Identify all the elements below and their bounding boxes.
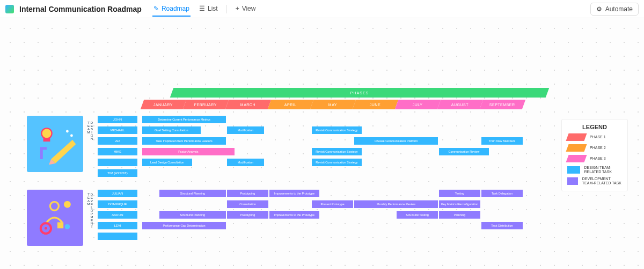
legend-swatch bbox=[566, 133, 587, 141]
page-title: Internal Communication Roadmap bbox=[19, 5, 142, 13]
legend-swatch bbox=[566, 155, 587, 162]
task-bar[interactable]: Modification bbox=[227, 159, 264, 166]
rowlabel-design-2: AD bbox=[98, 137, 137, 145]
task-bar[interactable]: Prototyping bbox=[227, 190, 268, 197]
task-bar[interactable]: Train New Members bbox=[481, 137, 523, 145]
tab-add-view-label: View bbox=[242, 5, 256, 12]
task-bar[interactable]: Modification bbox=[227, 126, 264, 134]
rowlabel-design-0: JOHN bbox=[98, 116, 137, 123]
task-bar[interactable]: Choose Communication Platform bbox=[354, 137, 438, 145]
rowlabel-dev-4 bbox=[98, 233, 137, 240]
month-september: SEPTEMBER bbox=[480, 100, 525, 109]
tab-roadmap[interactable]: ✎ Roadmap bbox=[152, 2, 191, 17]
dev-team-badge bbox=[27, 190, 83, 246]
rowlabel-dev-1: DOMINIQUE bbox=[98, 200, 137, 208]
task-bar[interactable]: Planning bbox=[439, 211, 480, 219]
svg-point-0 bbox=[41, 128, 52, 138]
task-bar[interactable]: Key Metrics Reconfiguration bbox=[439, 200, 480, 208]
design-team-illustration bbox=[34, 123, 77, 166]
task-bar[interactable]: Determine Current Performance Metrics bbox=[142, 116, 226, 123]
svg-point-6 bbox=[50, 201, 58, 210]
svg-rect-1 bbox=[43, 138, 50, 141]
task-bar[interactable]: Revisit Communication Strategy bbox=[312, 148, 362, 155]
svg-rect-11 bbox=[57, 222, 63, 228]
legend-item-1: PHASE 2 bbox=[567, 144, 622, 152]
task-bar[interactable]: Present Prototype bbox=[312, 200, 353, 208]
legend-label: DESIGN TEAM-RELATED TASK bbox=[584, 166, 622, 174]
month-august: AUGUST bbox=[437, 100, 483, 109]
phases-banner: PHASES bbox=[170, 88, 550, 98]
task-bar[interactable]: Structural Planning bbox=[159, 190, 226, 197]
svg-point-8 bbox=[45, 227, 47, 229]
legend-swatch bbox=[567, 166, 580, 174]
task-bar[interactable]: Communication Review bbox=[439, 148, 489, 155]
tab-add-view[interactable]: + View bbox=[235, 2, 257, 17]
legend-label: PHASE 1 bbox=[590, 135, 606, 139]
legend-label: DEVELOPMENT TEAM-RELATED TASK bbox=[582, 177, 622, 185]
legend-item-0: PHASE 1 bbox=[567, 133, 622, 141]
legend-swatch bbox=[566, 144, 587, 152]
svg-point-9 bbox=[64, 201, 71, 208]
month-may: MAY bbox=[310, 100, 356, 109]
rowlabel-dev-2: AARON bbox=[98, 211, 137, 219]
task-bar[interactable]: Task Distribution bbox=[481, 222, 523, 229]
tab-list[interactable]: ☰ List bbox=[198, 2, 219, 17]
legend-label: PHASE 3 bbox=[590, 156, 606, 161]
svg-point-10 bbox=[64, 224, 70, 229]
task-bar[interactable]: Goal Setting Consultation bbox=[142, 126, 201, 134]
legend: LEGEND PHASE 1PHASE 2PHASE 3DESIGN TEAM-… bbox=[561, 119, 628, 191]
automate-icon: ⚙ bbox=[596, 6, 602, 12]
tab-roadmap-label: Roadmap bbox=[162, 5, 189, 12]
legend-swatch bbox=[567, 177, 578, 185]
rowlabel-design-1: MICHAEL bbox=[98, 126, 137, 134]
view-tabs: ✎ Roadmap ☰ List + View bbox=[152, 2, 257, 17]
plus-icon: + bbox=[236, 5, 239, 12]
svg-marker-2 bbox=[51, 140, 76, 163]
task-bar[interactable]: Revisit Communication Strategy bbox=[312, 126, 362, 134]
legend-item-3: DESIGN TEAM-RELATED TASK bbox=[567, 166, 622, 174]
legend-item-4: DEVELOPMENT TEAM-RELATED TASK bbox=[567, 177, 622, 185]
task-bar[interactable]: Structural Testing bbox=[397, 211, 438, 219]
task-bar[interactable]: Testing bbox=[439, 190, 480, 197]
app-icon bbox=[5, 5, 14, 13]
task-bar[interactable]: Structural Planning bbox=[159, 211, 226, 219]
legend-item-2: PHASE 3 bbox=[567, 155, 622, 162]
task-bar[interactable]: Factor Analysis bbox=[142, 148, 235, 155]
legend-title: LEGEND bbox=[567, 124, 622, 130]
rowlabel-design-5: TIM (ASSIST) bbox=[98, 169, 137, 177]
task-bar[interactable]: Take Inspiration from Performance Leader… bbox=[142, 137, 226, 145]
tab-list-label: List bbox=[208, 5, 218, 12]
top-bar: Internal Communication Roadmap ✎ Roadmap… bbox=[0, 0, 644, 18]
month-july: JULY bbox=[395, 100, 441, 109]
task-bar[interactable]: Improvements to the Prototype bbox=[269, 190, 319, 197]
task-bar[interactable]: Revisit Communication Strategy bbox=[312, 159, 362, 166]
month-april: APRIL bbox=[268, 100, 313, 109]
svg-point-4 bbox=[66, 130, 69, 132]
month-march: MARCH bbox=[225, 100, 271, 109]
rowlabel-design-3: MIKE bbox=[98, 148, 137, 155]
automate-label: Automate bbox=[605, 5, 633, 13]
task-bar[interactable]: Prototyping bbox=[227, 211, 268, 219]
svg-point-5 bbox=[70, 134, 73, 137]
dev-team-label: DEVELOPMENT TEAM bbox=[87, 193, 93, 228]
roadmap-icon: ✎ bbox=[153, 5, 159, 12]
month-january: JANUARY bbox=[141, 100, 186, 109]
month-june: JUNE bbox=[353, 100, 398, 109]
rowlabel-dev-0: JULIAN bbox=[98, 190, 137, 197]
design-team-label: DESIGN TEAM bbox=[87, 121, 93, 140]
rowlabel-design-4 bbox=[98, 159, 137, 166]
task-bar[interactable]: Task Delegation bbox=[481, 190, 523, 197]
list-icon: ☰ bbox=[199, 5, 205, 12]
task-bar[interactable]: Performance Gap Determination bbox=[142, 222, 226, 229]
roadmap-canvas[interactable]: PHASES JANUARYFEBRUARYMARCHAPRILMAYJUNEJ… bbox=[0, 18, 644, 269]
task-bar[interactable]: Consultation bbox=[227, 200, 268, 208]
month-february: FEBRUARY bbox=[183, 100, 229, 109]
automate-button[interactable]: ⚙ Automate bbox=[590, 3, 639, 16]
dev-team-illustration bbox=[34, 197, 77, 240]
legend-label: PHASE 2 bbox=[590, 146, 606, 150]
rowlabel-dev-3: LEVI bbox=[98, 222, 137, 229]
design-team-badge bbox=[27, 116, 83, 172]
task-bar[interactable]: Improvements to the Prototype bbox=[269, 211, 319, 219]
task-bar[interactable]: Monthly Performance Review bbox=[354, 200, 438, 208]
task-bar[interactable]: Lead Design Consultation bbox=[142, 159, 192, 166]
